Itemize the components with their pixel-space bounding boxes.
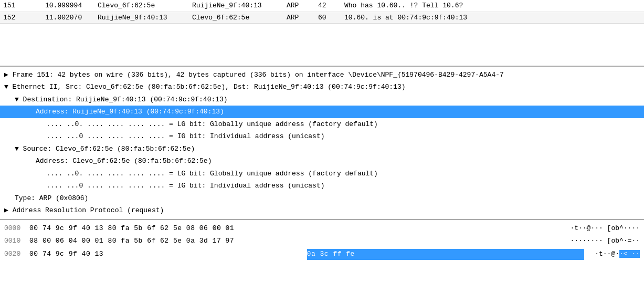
- hex-panel: 0000 00 74 9c 9f 40 13 80 fa 5b 6f 62 5e…: [0, 219, 644, 263]
- packet-len: 42: [315, 0, 341, 12]
- packet-info: Who has 10.60.. !? Tell 10.6?: [341, 0, 644, 12]
- packet-proto: ARP: [283, 12, 315, 23]
- packet-proto: ARP: [283, 0, 315, 12]
- packet-no: 151: [0, 0, 42, 12]
- address-dst-line[interactable]: Address: RuijieNe_9f:40:13 (00:74:9c:9f:…: [0, 106, 644, 118]
- hex-offset: 0010: [4, 236, 29, 247]
- detail-panel: Frame 151: 42 bytes on wire (336 bits), …: [0, 66, 644, 219]
- frame-line[interactable]: Frame 151: 42 bytes on wire (336 bits), …: [0, 69, 644, 81]
- packet-src: Clevo_6f:62:5e: [94, 0, 189, 12]
- hex-ascii: ·t··@··< ··: [595, 249, 640, 260]
- packet-row-151[interactable]: 151 10.999994 Clevo_6f:62:5e RuijieNe_9f…: [0, 0, 644, 12]
- arp-line[interactable]: Address Resolution Protocol (request): [0, 204, 644, 217]
- lg-src-line: .... ..0. .... .... .... .... = LG bit: …: [0, 168, 644, 180]
- ig-dst-line: .... ...0 .... .... .... .... = IG bit: …: [0, 130, 644, 143]
- packet-time: 11.002070: [42, 12, 94, 23]
- packet-len: 60: [315, 12, 341, 23]
- hex-bytes: 08 00 06 04 00 01 80 fa 5b 6f 62 5e 0a 3…: [29, 236, 559, 247]
- packet-info: 10.60. is at 00:74:9c:9f:40:13: [341, 12, 644, 23]
- hex-bytes-highlight: 0a 3c ff fe: [307, 249, 585, 260]
- packet-dst: RuijieNe_9f:40:13: [189, 0, 283, 12]
- packet-row-152[interactable]: 152 11.002070 RuijieNe_9f:40:13 Clevo_6f…: [0, 12, 644, 23]
- packet-dst: Clevo_6f:62:5e: [189, 12, 283, 23]
- hex-ascii: ········ [ob^·=··: [570, 236, 640, 247]
- address-src-line: Address: Clevo_6f:62:5e (80:fa:5b:6f:62:…: [0, 155, 644, 168]
- hex-row-0020: 0020 00 74 9c 9f 40 13 0a 3c ff fe ·t··@…: [0, 248, 644, 261]
- hex-offset: 0020: [4, 249, 29, 260]
- ethernet-line[interactable]: Ethernet II, Src: Clevo_6f:62:5e (80:fa:…: [0, 81, 644, 93]
- packet-table: 151 10.999994 Clevo_6f:62:5e RuijieNe_9f…: [0, 0, 644, 24]
- packet-no: 152: [0, 12, 42, 23]
- hex-ascii: ·t··@··· [ob^····: [570, 223, 640, 234]
- hex-row-0000: 0000 00 74 9c 9f 40 13 80 fa 5b 6f 62 5e…: [0, 222, 644, 235]
- packet-time: 10.999994: [42, 0, 94, 12]
- hex-offset: 0000: [4, 223, 29, 234]
- ig-src-line: .... ...0 .... .... .... .... = IG bit: …: [0, 180, 644, 192]
- packet-src: RuijieNe_9f:40:13: [94, 12, 189, 23]
- hex-bytes: 00 74 9c 9f 40 13 80 fa 5b 6f 62 5e 08 0…: [29, 223, 559, 234]
- hex-row-0010: 0010 08 00 06 04 00 01 80 fa 5b 6f 62 5e…: [0, 235, 644, 248]
- lg-dst-line: .... ..0. .... .... .... .... = LG bit: …: [0, 118, 644, 131]
- type-line: Type: ARP (0x0806): [0, 192, 644, 205]
- source-line[interactable]: Source: Clevo_6f:62:5e (80:fa:5b:6f:62:5…: [0, 143, 644, 155]
- hex-bytes-pre: 00 74 9c 9f 40 13: [29, 249, 307, 260]
- destination-line[interactable]: Destination: RuijieNe_9f:40:13 (00:74:9c…: [0, 93, 644, 106]
